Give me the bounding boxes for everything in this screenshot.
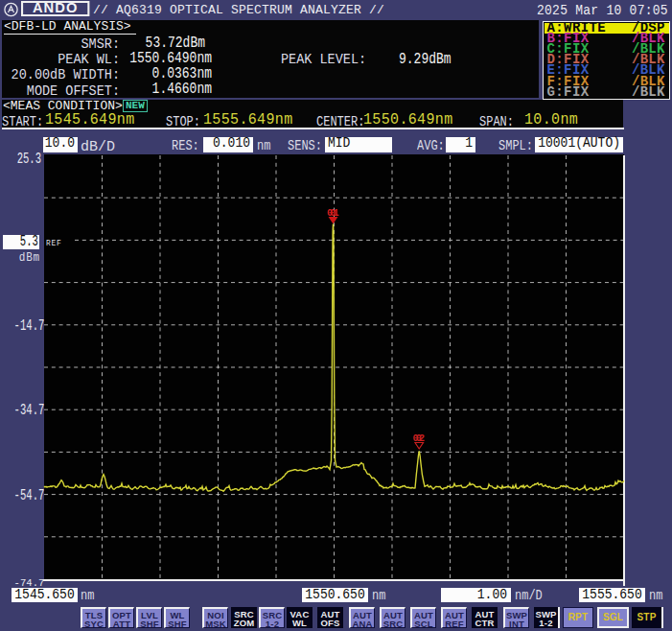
svg-text:001: 001 (327, 208, 339, 219)
